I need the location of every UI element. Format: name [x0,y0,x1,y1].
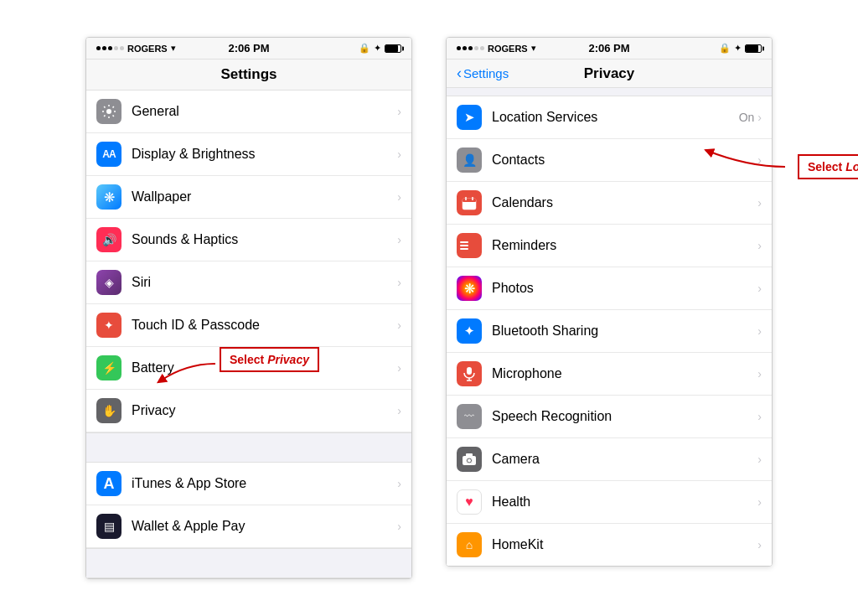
annotation-italic-2: Location Services [845,160,858,173]
back-label: Settings [463,66,509,80]
right-time-label: 2:06 PM [588,42,629,54]
display-row[interactable]: AA Display & Brightness › [86,133,411,176]
left-status-right: 🔒 ✦ [359,43,401,54]
select-location-box: Select Location Services [798,154,858,179]
sounds-label: Sounds & Haptics [132,232,397,247]
wallet-icon: ▤ [96,514,121,539]
location-value: On [739,111,755,124]
itunes-chevron: › [397,477,401,490]
siri-icon: ◈ [96,270,121,295]
speech-row[interactable]: 〰 Speech Recognition › [447,396,772,438]
battery-icon [385,44,401,53]
time-label: 2:06 PM [228,42,269,54]
microphone-chevron: › [757,367,762,380]
calendars-label: Calendars [492,195,757,210]
right-lock-icon: 🔒 [719,43,731,54]
health-chevron: › [757,495,762,509]
itunes-icon: A [96,471,121,496]
location-chevron: › [757,111,762,124]
privacy-chevron: › [397,404,401,417]
health-label: Health [492,494,757,510]
itunes-row[interactable]: A iTunes & App Store › [86,463,411,505]
privacy-label: Privacy [132,403,397,418]
svg-rect-5 [467,367,472,375]
wallpaper-row[interactable]: ❋ Wallpaper › [86,176,411,219]
select-privacy-box: Select Privacy [220,347,319,372]
general-icon [96,99,121,124]
microphone-icon [457,361,482,386]
general-row[interactable]: General › [86,91,411,133]
left-nav-bar: Settings [86,60,411,91]
camera-label: Camera [492,452,757,467]
right-wifi-icon: ▾ [531,43,536,54]
homekit-row[interactable]: ⌂ HomeKit › [447,524,772,566]
left-settings-list: General › AA Display & Brightness › ❋ Wa… [86,91,411,578]
bluetooth-label: Bluetooth Sharing [492,324,757,339]
privacy-arrow [152,355,220,397]
bluetooth-chevron: › [757,324,762,338]
display-icon: AA [96,142,121,167]
health-row[interactable]: ♥ Health › [447,481,772,524]
photos-icon: ❋ [457,276,482,301]
carrier-label: ROGERS [127,44,168,54]
touchid-row[interactable]: ✦ Touch ID & Passcode › [86,304,411,347]
contacts-icon: 👤 [457,148,482,173]
right-status-right: 🔒 ✦ [719,43,762,54]
wallpaper-icon: ❋ [96,184,121,210]
calendars-icon [457,190,482,215]
camera-chevron: › [757,453,762,466]
homekit-chevron: › [757,538,762,551]
svg-rect-10 [466,453,473,457]
health-icon: ♥ [457,489,482,515]
calendars-row[interactable]: Calendars › [447,182,772,225]
wallet-row[interactable]: ▤ Wallet & Apple Pay › [86,505,411,548]
siri-label: Siri [132,275,397,290]
right-battery-icon [745,44,762,53]
siri-row[interactable]: ◈ Siri › [86,261,411,304]
right-status-bar: ROGERS ▾ 2:06 PM 🔒 ✦ [447,38,772,60]
bluetooth-row[interactable]: ✦ Bluetooth Sharing › [447,310,772,353]
reminders-row[interactable]: Reminders › [447,225,772,267]
camera-row[interactable]: Camera › [447,438,772,481]
right-nav-bar: ‹ Settings Privacy [447,60,772,88]
reminders-label: Reminders [492,238,757,253]
location-icon: ➤ [457,105,482,130]
bluetooth-icon: ✦ [374,43,381,54]
svg-point-0 [106,109,111,114]
touchid-chevron: › [397,318,401,332]
left-status-bar: ROGERS ▾ 2:06 PM 🔒 ✦ [86,38,411,60]
general-label: General [132,104,397,119]
wallpaper-chevron: › [397,190,401,204]
annotation-normal-2: Select [808,160,845,173]
section-divider-2 [86,548,411,578]
speech-icon: 〰 [457,404,482,429]
homekit-label: HomeKit [492,537,757,552]
microphone-label: Microphone [492,366,757,381]
touchid-label: Touch ID & Passcode [132,318,397,333]
camera-icon [457,447,482,472]
homekit-icon: ⌂ [457,532,482,557]
battery-setting-icon: ⚡ [96,355,121,380]
left-nav-title: Settings [220,66,277,82]
annotation-italic-1: Privacy [267,353,309,366]
battery-chevron: › [397,361,401,375]
photos-chevron: › [757,282,762,295]
calendars-chevron: › [757,196,762,210]
privacy-section-header [447,88,772,96]
location-arrow [689,129,789,179]
privacy-icon: ✋ [96,398,121,423]
privacy-row[interactable]: ✋ Privacy › [86,390,411,432]
right-carrier-label: ROGERS [488,44,528,54]
display-label: Display & Brightness [132,147,397,162]
section-divider-1 [86,432,411,463]
sounds-row[interactable]: 🔊 Sounds & Haptics › [86,219,411,261]
wifi-icon: ▾ [171,43,176,54]
photos-row[interactable]: ❋ Photos › [447,267,772,310]
right-phone: ROGERS ▾ 2:06 PM 🔒 ✦ ‹ Settings Privacy [446,37,773,567]
location-label: Location Services [492,110,739,125]
microphone-row[interactable]: Microphone › [447,353,772,396]
wallet-chevron: › [397,520,401,533]
wallpaper-label: Wallpaper [132,189,397,204]
itunes-label: iTunes & App Store [132,476,397,491]
settings-back-button[interactable]: ‹ Settings [457,66,509,80]
